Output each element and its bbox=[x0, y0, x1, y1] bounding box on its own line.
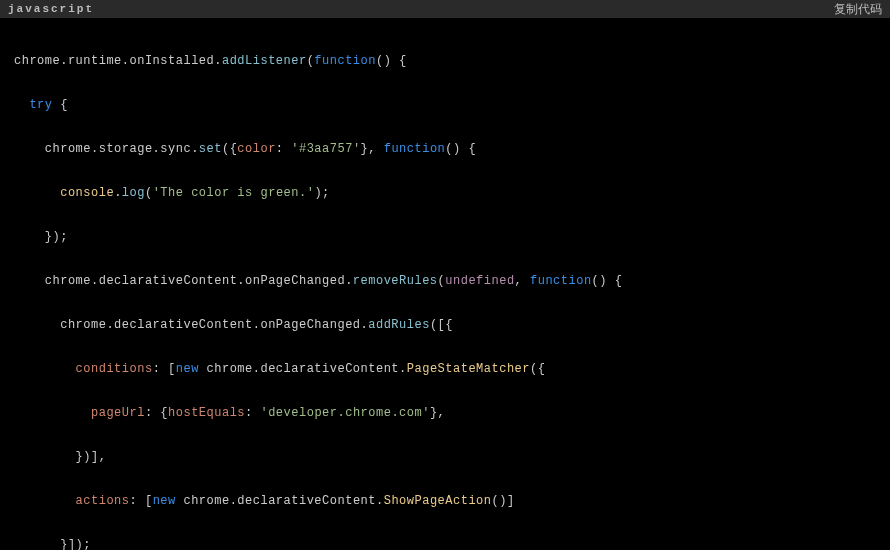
code-line: chrome.storage.sync.set({color: '#3aa757… bbox=[14, 138, 876, 160]
code-line: chrome.declarativeContent.onPageChanged.… bbox=[14, 270, 876, 292]
code-line: chrome.declarativeContent.onPageChanged.… bbox=[14, 314, 876, 336]
code-block-header: javascript 复制代码 bbox=[0, 0, 890, 18]
language-label: javascript bbox=[8, 3, 94, 15]
code-content: chrome.runtime.onInstalled.addListener(f… bbox=[0, 18, 890, 550]
code-line: chrome.runtime.onInstalled.addListener(f… bbox=[14, 50, 876, 72]
code-line: conditions: [new chrome.declarativeConte… bbox=[14, 358, 876, 380]
code-line: console.log('The color is green.'); bbox=[14, 182, 876, 204]
code-line: })], bbox=[14, 446, 876, 468]
code-line: pageUrl: {hostEquals: 'developer.chrome.… bbox=[14, 402, 876, 424]
code-line: actions: [new chrome.declarativeContent.… bbox=[14, 490, 876, 512]
code-line: }]); bbox=[14, 534, 876, 550]
code-line: try { bbox=[14, 94, 876, 116]
copy-code-button[interactable]: 复制代码 bbox=[834, 1, 882, 18]
code-line: }); bbox=[14, 226, 876, 248]
